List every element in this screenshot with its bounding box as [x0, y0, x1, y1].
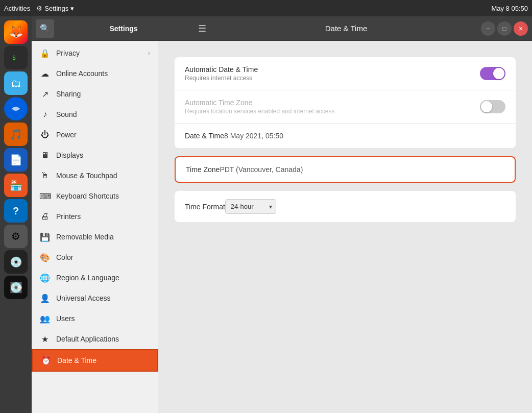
- dock-dvd[interactable]: 💿: [4, 250, 28, 274]
- settings-header: 🔍 Settings ☰ Date & Time − □ ×: [32, 16, 532, 41]
- auto-timezone-label-group: Automatic Time Zone Requires location se…: [185, 99, 480, 115]
- lock-icon: 🔒: [40, 48, 50, 58]
- toggle-knob: [493, 68, 504, 79]
- topbar-right: May 8 05:50: [491, 5, 528, 12]
- time-format-row: Time Format 24-hour AM/PM: [175, 191, 516, 222]
- power-icon: ⏻: [40, 130, 50, 140]
- time-format-label: Time Format: [185, 203, 225, 211]
- time-format-card: Time Format 24-hour AM/PM: [175, 191, 516, 222]
- sidebar-item-online-accounts[interactable]: ☁ Online Accounts: [32, 63, 158, 84]
- menu-button[interactable]: ☰: [193, 19, 211, 38]
- settings-content: 🔒 Privacy › ☁ Online Accounts ↗ Sharing …: [32, 41, 532, 413]
- dock-libreoffice[interactable]: 📄: [4, 148, 28, 172]
- share-icon: ↗: [40, 89, 50, 99]
- timezone-card: Time Zone PDT (Vancouver, Canada): [175, 156, 516, 183]
- sidebar-item-date-time[interactable]: ⏰ Date & Time: [32, 349, 158, 372]
- auto-datetime-label-group: Automatic Date & Time Requires internet …: [185, 65, 480, 82]
- settings-topbar-label[interactable]: Settings: [44, 5, 68, 12]
- sidebar-label-universal-access: Universal Access: [56, 294, 150, 302]
- accessibility-icon: 👤: [40, 293, 50, 303]
- sidebar-label-default-applications: Default Applications: [56, 335, 150, 343]
- sidebar-label-sharing: Sharing: [56, 90, 150, 98]
- mouse-icon: 🖱: [40, 171, 50, 181]
- display-icon: 🖥: [40, 150, 50, 160]
- sidebar-item-color[interactable]: 🎨 Color: [32, 247, 158, 268]
- timezone-label: Time Zone: [186, 165, 220, 174]
- sidebar-item-users[interactable]: 👥 Users: [32, 308, 158, 329]
- sidebar-item-universal-access[interactable]: 👤 Universal Access: [32, 288, 158, 308]
- page-title: Date & Time: [215, 24, 477, 33]
- dock-thunderbird[interactable]: [4, 97, 28, 120]
- color-icon: 🎨: [40, 252, 50, 262]
- clock-icon: ⏰: [41, 355, 51, 366]
- datetime-card: Automatic Date & Time Requires internet …: [175, 57, 516, 148]
- star-icon: ★: [40, 334, 50, 344]
- settings-panel-title: Settings: [58, 25, 189, 33]
- dock-rhythmbox[interactable]: 🎵: [4, 123, 28, 146]
- sidebar-label-users: Users: [56, 314, 150, 323]
- sidebar-item-sound[interactable]: ♪ Sound: [32, 104, 158, 125]
- sidebar-item-printers[interactable]: 🖨 Printers: [32, 206, 158, 227]
- sidebar-item-sharing[interactable]: ↗ Sharing: [32, 84, 158, 104]
- auto-datetime-row: Automatic Date & Time Requires internet …: [175, 57, 516, 90]
- sidebar-label-sound: Sound: [56, 110, 150, 118]
- auto-timezone-subtitle: Requires location services enabled and i…: [185, 108, 480, 115]
- dock-dvd2[interactable]: 💽: [4, 276, 28, 299]
- chevron-down-icon: ▾: [70, 5, 74, 12]
- sidebar-item-mouse-touchpad[interactable]: 🖱 Mouse & Touchpad: [32, 165, 158, 186]
- sidebar-item-region-language[interactable]: 🌐 Region & Language: [32, 268, 158, 288]
- close-button[interactable]: ×: [514, 21, 528, 36]
- auto-datetime-title: Automatic Date & Time: [185, 65, 480, 74]
- sidebar-item-default-applications[interactable]: ★ Default Applications: [32, 329, 158, 349]
- dock-files[interactable]: 🗂: [4, 71, 28, 95]
- sidebar-label-region-language: Region & Language: [56, 274, 150, 282]
- minimize-button[interactable]: −: [481, 21, 495, 36]
- auto-datetime-toggle[interactable]: [480, 67, 505, 80]
- date-time-row-value: 8 May 2021, 05:50: [224, 132, 283, 140]
- time-format-select-wrapper: 24-hour AM/PM: [225, 199, 276, 214]
- sidebar-item-power[interactable]: ⏻ Power: [32, 125, 158, 145]
- topbar-settings: ⚙ Settings ▾: [36, 5, 74, 12]
- main-window: 🦊 $_ 🗂 🎵 📄 🏪 ? ⚙ 💿 💽 🔍 Settings ☰ Date &…: [0, 16, 532, 413]
- chevron-right-icon: ›: [148, 50, 150, 57]
- date-time-value-row: Date & Time 8 May 2021, 05:50: [175, 124, 516, 148]
- sidebar-label-displays: Displays: [56, 151, 150, 159]
- dock-firefox[interactable]: 🦊: [4, 20, 28, 44]
- topbar-left: Activities ⚙ Settings ▾: [4, 5, 74, 12]
- sidebar-label-privacy: Privacy: [56, 49, 142, 57]
- dock-help[interactable]: ?: [4, 199, 28, 223]
- dock-terminal[interactable]: $_: [4, 46, 28, 69]
- sidebar-label-color: Color: [56, 253, 150, 261]
- auto-timezone-toggle[interactable]: [480, 100, 505, 113]
- toggle-knob-2: [481, 101, 492, 112]
- sidebar-label-online-accounts: Online Accounts: [56, 69, 150, 78]
- timezone-row[interactable]: Time Zone PDT (Vancouver, Canada): [176, 157, 515, 182]
- window-controls: − □ ×: [481, 21, 528, 36]
- sidebar-item-removable-media[interactable]: 💾 Removable Media: [32, 227, 158, 247]
- sidebar: 🔒 Privacy › ☁ Online Accounts ↗ Sharing …: [32, 41, 158, 413]
- language-icon: 🌐: [40, 273, 50, 283]
- maximize-button[interactable]: □: [497, 21, 512, 36]
- sidebar-label-date-time: Date & Time: [57, 356, 149, 365]
- sidebar-item-displays[interactable]: 🖥 Displays: [32, 145, 158, 165]
- keyboard-icon: ⌨: [40, 191, 50, 201]
- sidebar-label-keyboard-shortcuts: Keyboard Shortcuts: [56, 192, 150, 200]
- sidebar-label-printers: Printers: [56, 212, 150, 221]
- activities-label[interactable]: Activities: [4, 5, 30, 12]
- sidebar-label-removable-media: Removable Media: [56, 233, 150, 241]
- printer-icon: 🖨: [40, 211, 50, 222]
- search-button[interactable]: 🔍: [36, 19, 54, 38]
- sidebar-item-privacy[interactable]: 🔒 Privacy ›: [32, 43, 158, 63]
- auto-datetime-subtitle: Requires internet access: [185, 75, 480, 82]
- sidebar-label-power: Power: [56, 131, 150, 139]
- dock-settings[interactable]: ⚙: [4, 225, 28, 248]
- timezone-value: PDT (Vancouver, Canada): [220, 165, 303, 174]
- sound-icon: ♪: [40, 109, 50, 119]
- auto-timezone-title: Automatic Time Zone: [185, 99, 480, 107]
- topbar: Activities ⚙ Settings ▾ May 8 05:50: [0, 0, 532, 16]
- datetime-display: May 8 05:50: [491, 5, 528, 12]
- sidebar-item-keyboard-shortcuts[interactable]: ⌨ Keyboard Shortcuts: [32, 186, 158, 206]
- sidebar-label-mouse-touchpad: Mouse & Touchpad: [56, 172, 150, 180]
- time-format-select[interactable]: 24-hour AM/PM: [225, 199, 276, 214]
- dock-appstore[interactable]: 🏪: [4, 174, 28, 197]
